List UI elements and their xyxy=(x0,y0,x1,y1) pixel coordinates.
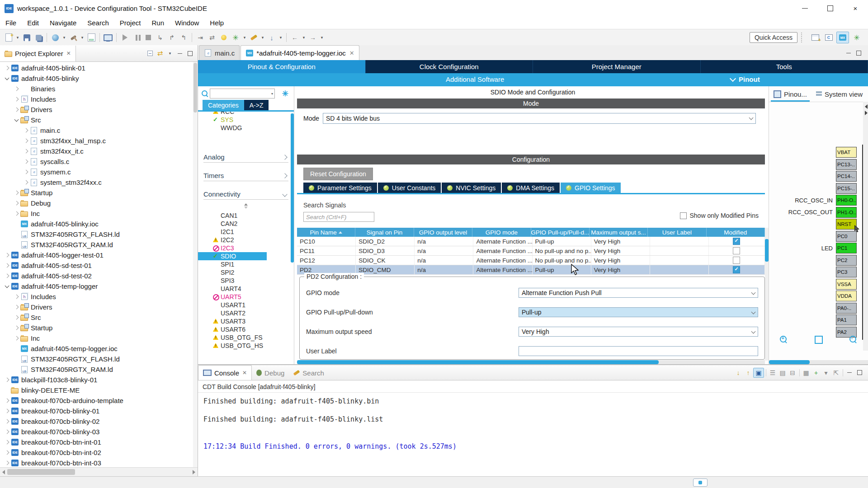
console-tab[interactable]: Debug xyxy=(252,366,289,380)
peripheral-item[interactable]: USART3 xyxy=(198,317,294,325)
table-column-header[interactable]: GPIO Pull-up/Pull-d... xyxy=(531,228,590,237)
pin[interactable]: PC14-.. xyxy=(836,171,857,182)
peripheral-item[interactable]: I2C1 xyxy=(198,228,294,236)
peripheral-category[interactable]: Analog xyxy=(203,144,288,163)
table-column-header[interactable]: Pin Name xyxy=(297,228,355,237)
expand-chevron-icon[interactable] xyxy=(13,356,20,363)
search-tool-menu-button[interactable]: ▾ xyxy=(260,32,265,43)
pin[interactable]: PC13-.. xyxy=(836,159,857,170)
collapse-all-button[interactable] xyxy=(145,49,155,58)
list-scroll-up-icon[interactable] xyxy=(198,203,294,210)
tree-item[interactable]: Debug xyxy=(0,198,193,208)
gear-icon[interactable]: ✳ xyxy=(282,89,288,99)
modified-checkbox[interactable] xyxy=(733,247,740,254)
tree-item[interactable]: Startup xyxy=(0,188,193,198)
tree-item[interactable]: STM32F405RGTX_FLASH.ld xyxy=(0,354,193,364)
menu-item[interactable]: Edit xyxy=(22,19,44,27)
tree-item[interactable]: sysmem.c xyxy=(0,167,193,177)
tree-item[interactable]: blinky-DELETE-ME xyxy=(0,385,193,395)
open-console-button[interactable]: + xyxy=(811,368,821,377)
pin[interactable]: PC1 xyxy=(836,243,857,253)
settings-tab[interactable]: NVIC Settings xyxy=(442,183,502,193)
peripheral-item[interactable]: SPI3 xyxy=(198,277,294,285)
show-only-modified-checkbox[interactable] xyxy=(680,212,687,219)
tree-item[interactable]: stm32f4xx_hal_msp.c xyxy=(0,136,193,146)
forward-button[interactable]: → xyxy=(307,32,318,43)
expand-chevron-icon[interactable] xyxy=(4,449,11,456)
peripheral-item[interactable]: USB_OTG_FS xyxy=(198,333,294,342)
expand-chevron-icon[interactable] xyxy=(13,96,20,103)
maximize-editor-button[interactable] xyxy=(854,48,863,57)
pin[interactable]: VBAT xyxy=(836,147,857,158)
tree-item[interactable]: STM32F405RGTX_RAM.ld xyxy=(0,364,193,375)
progress-indicator-icon[interactable] xyxy=(693,479,708,487)
menu-item[interactable]: File xyxy=(0,19,22,27)
table-row[interactable]: PC12 SDIO_CK n/a Alternate Function ... … xyxy=(297,256,765,265)
tree-item[interactable]: Inc xyxy=(0,208,193,219)
expand-chevron-icon[interactable] xyxy=(13,366,20,373)
expand-chevron-icon[interactable] xyxy=(23,169,30,176)
expand-chevron-icon[interactable] xyxy=(13,189,20,197)
expand-chevron-icon[interactable] xyxy=(4,387,11,394)
minimize-editor-button[interactable] xyxy=(844,48,854,57)
step-return-button[interactable]: ↰ xyxy=(178,32,189,43)
expand-chevron-icon[interactable] xyxy=(13,117,20,124)
explorer-horizontal-scrollbar[interactable] xyxy=(0,467,198,477)
tree-item[interactable]: adafruit-f405-sd-test-02 xyxy=(0,271,193,281)
zoom-out-button[interactable]: - xyxy=(849,336,858,344)
new-console-button[interactable] xyxy=(103,32,113,43)
table-column-header[interactable]: Modified xyxy=(707,228,765,237)
step-over-button[interactable]: ↱ xyxy=(166,32,177,43)
menu-item[interactable]: Project xyxy=(114,19,146,27)
build-button[interactable] xyxy=(68,32,79,43)
link-with-editor-button[interactable]: ⇄ xyxy=(155,49,165,58)
peripheral-item[interactable]: UART5 xyxy=(198,293,294,301)
expand-chevron-icon[interactable] xyxy=(13,241,20,249)
binary-output-button[interactable] xyxy=(86,32,97,43)
open-console-menu-button[interactable]: ▾ xyxy=(821,368,831,377)
tree-item[interactable]: Src xyxy=(0,115,193,125)
view-menu-button[interactable]: ▾ xyxy=(165,49,175,58)
expand-chevron-icon[interactable] xyxy=(23,158,30,165)
settings-tab[interactable]: GPIO Settings xyxy=(561,183,621,193)
pin[interactable]: VSSA xyxy=(836,279,857,290)
pin[interactable]: PH1-O.. xyxy=(836,207,857,218)
editor-tab[interactable]: main.c xyxy=(199,45,240,60)
pin[interactable]: NRST xyxy=(836,219,857,230)
minimize-view-button[interactable] xyxy=(175,49,185,58)
project-explorer-tab[interactable]: Project Explorer ✕ xyxy=(0,46,76,61)
table-row[interactable]: PD2 SDIO_CMD n/a Alternate Function ... … xyxy=(297,265,765,275)
expand-chevron-icon[interactable] xyxy=(13,345,20,352)
step-into-button[interactable]: ↳ xyxy=(155,32,165,43)
table-row[interactable]: PC10 SDIO_D2 n/a Alternate Function ... … xyxy=(297,237,765,246)
expand-chevron-icon[interactable] xyxy=(4,252,11,259)
cpp-perspective-button[interactable] xyxy=(823,32,835,43)
new-menu-button[interactable]: ▾ xyxy=(15,32,20,43)
expand-chevron-icon[interactable] xyxy=(4,439,11,446)
tab-pinout-view[interactable]: Pinou... xyxy=(769,86,811,102)
expand-chevron-icon[interactable] xyxy=(13,210,20,217)
ioc-section-tab[interactable]: Tools xyxy=(701,60,868,73)
peripheral-search-input[interactable]: ▾ xyxy=(210,89,275,99)
expand-chevron-icon[interactable] xyxy=(4,376,11,384)
modified-checkbox[interactable] xyxy=(733,257,740,264)
minimize-button[interactable] xyxy=(792,0,817,17)
close-tab-icon[interactable]: ✕ xyxy=(242,370,247,376)
tree-item[interactable]: Inc xyxy=(0,333,193,343)
peripheral-item[interactable]: USART2 xyxy=(198,309,294,317)
table-column-header[interactable]: Signal on Pin xyxy=(355,228,414,237)
tree-item[interactable]: adafruit-f405-temp-logger xyxy=(0,281,193,291)
launch-config-menu-button[interactable]: ▾ xyxy=(61,32,67,43)
menu-item[interactable]: Navigate xyxy=(44,19,82,27)
skip-breakpoints-button[interactable]: ⇥ xyxy=(195,32,206,43)
forward-menu-button[interactable]: ▾ xyxy=(319,32,325,43)
tree-item[interactable]: STM32F405RGTX_RAM.ld xyxy=(0,239,193,250)
resume-button[interactable] xyxy=(119,32,130,43)
peripheral-category[interactable]: Connectivity xyxy=(203,181,288,200)
save-all-button[interactable] xyxy=(33,32,44,43)
tree-item[interactable]: breakout-f070cb-arduino-template xyxy=(0,395,193,406)
previous-annotation-button[interactable]: ↑ xyxy=(743,368,753,377)
expand-chevron-icon[interactable] xyxy=(4,460,11,467)
instruction-stepping-button[interactable]: ⇄ xyxy=(207,32,217,43)
minimize-console-button[interactable] xyxy=(844,368,854,377)
